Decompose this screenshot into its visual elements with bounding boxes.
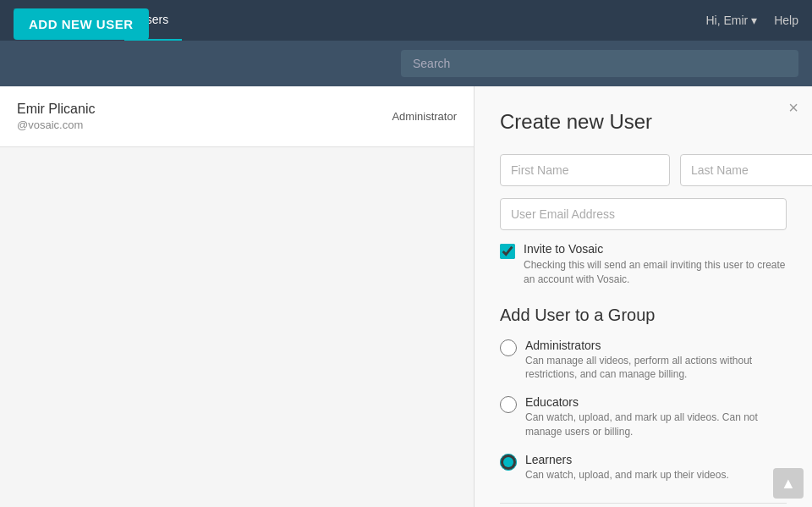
search-wrapper bbox=[401, 50, 798, 77]
user-info: Emir Plicanic @vosaic.com bbox=[17, 102, 95, 131]
search-input[interactable] bbox=[401, 50, 798, 77]
invite-label: Invite to Vosaic bbox=[524, 242, 787, 256]
create-user-panel: × Create new User Invite to Vosaic Check… bbox=[474, 86, 812, 507]
group-administrators-desc: Can manage all videos, perform all actio… bbox=[525, 354, 787, 383]
group-educators: Educators Can watch, upload, and mark up… bbox=[500, 395, 787, 439]
close-button[interactable]: × bbox=[788, 98, 798, 118]
user-menu[interactable]: Hi, Emir ▾ bbox=[705, 14, 757, 27]
last-name-input[interactable] bbox=[680, 154, 812, 186]
group-administrators-label: Administrators bbox=[525, 339, 787, 352]
scroll-up-button[interactable]: ▲ bbox=[773, 468, 804, 499]
search-bar-area: ADD NEW USER bbox=[0, 41, 812, 86]
radio-educators[interactable] bbox=[500, 396, 517, 413]
help-link[interactable]: Help bbox=[774, 14, 798, 27]
nav-right: Hi, Emir ▾ Help bbox=[705, 14, 798, 27]
radio-learners[interactable] bbox=[500, 454, 517, 471]
first-name-input[interactable] bbox=[500, 154, 670, 186]
invite-checkbox[interactable] bbox=[500, 244, 515, 259]
group-learners-label: Learners bbox=[525, 453, 729, 466]
user-list-panel: Emir Plicanic @vosaic.com Administrator bbox=[0, 86, 474, 507]
invite-row: Invite to Vosaic Checking this will send… bbox=[500, 242, 787, 287]
main-content: Emir Plicanic @vosaic.com Administrator … bbox=[0, 86, 812, 507]
radio-administrators[interactable] bbox=[500, 339, 517, 356]
name-row bbox=[500, 154, 787, 186]
group-administrators: Administrators Can manage all videos, pe… bbox=[500, 339, 787, 383]
group-educators-label: Educators bbox=[525, 395, 787, 409]
user-role: Administrator bbox=[392, 110, 457, 123]
chevron-up-icon: ▲ bbox=[781, 475, 796, 493]
add-new-user-button[interactable]: ADD NEW USER bbox=[14, 8, 149, 40]
group-learners-desc: Can watch, upload, and mark up their vid… bbox=[525, 468, 729, 482]
panel-footer: Save Changes Cancel bbox=[500, 503, 787, 507]
email-input[interactable] bbox=[500, 198, 787, 230]
chevron-down-icon: ▾ bbox=[751, 14, 757, 27]
panel-title: Create new User bbox=[500, 110, 787, 134]
user-name: Emir Plicanic bbox=[17, 102, 95, 117]
invite-text: Invite to Vosaic Checking this will send… bbox=[524, 242, 787, 287]
user-email: @vosaic.com bbox=[17, 118, 95, 131]
user-row[interactable]: Emir Plicanic @vosaic.com Administrator bbox=[0, 86, 474, 147]
group-learners: Learners Can watch, upload, and mark up … bbox=[500, 453, 787, 482]
invite-desc: Checking this will send an email invitin… bbox=[524, 258, 787, 287]
group-section-title: Add User to a Group bbox=[500, 306, 787, 325]
group-educators-desc: Can watch, upload, and mark up all video… bbox=[525, 411, 787, 439]
